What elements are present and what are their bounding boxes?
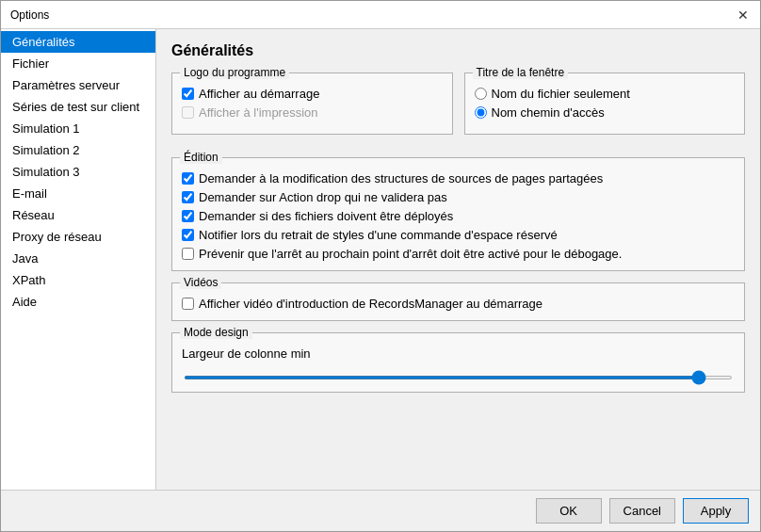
checkbox-row: Demander sur Action drop qui ne validera… (182, 190, 735, 204)
edition-checkbox-1[interactable] (182, 191, 194, 203)
logo-group-legend: Logo du programme (180, 66, 289, 79)
logo-checkboxes: Afficher au démarrage Afficher à l'impre… (182, 87, 443, 120)
page-title: Généralités (171, 42, 745, 59)
sidebar-item-réseau[interactable]: Réseau (1, 204, 155, 226)
column-width-slider[interactable] (184, 376, 733, 379)
dialog-title: Options (10, 8, 49, 22)
edition-checkbox-2[interactable] (182, 210, 194, 222)
edition-checkbox-4[interactable] (182, 248, 194, 260)
main-panel: Généralités Logo du programme Afficher a… (156, 29, 760, 490)
afficher-demarrage-checkbox[interactable] (182, 88, 194, 100)
sidebar-item-fichier[interactable]: Fichier (1, 53, 155, 74)
edition-group: Édition Demander à la modification des s… (171, 157, 745, 271)
edition-legend: Édition (180, 151, 222, 164)
edition-label-1: Demander sur Action drop qui ne validera… (199, 190, 447, 204)
edition-checkbox-3[interactable] (182, 229, 194, 241)
videos-checkboxes: Afficher vidéo d'introduction de Records… (182, 297, 735, 311)
sidebar-item-java[interactable]: Java (1, 248, 155, 269)
edition-label-0: Demander à la modification des structure… (199, 171, 603, 185)
edition-checkboxes: Demander à la modification des structure… (182, 171, 735, 261)
checkbox-row: Prévenir que l'arrêt au prochain point d… (182, 247, 735, 261)
sidebar-item-paramètres-serveur[interactable]: Paramètres serveur (1, 74, 155, 96)
checkbox-row: Demander à la modification des structure… (182, 171, 735, 185)
checkbox-row: Notifier lors du retrait de styles d'une… (182, 228, 735, 242)
edition-checkbox-0[interactable] (182, 172, 194, 185)
nom-chemin-radio[interactable] (475, 106, 487, 119)
afficher-impression-checkbox[interactable] (182, 106, 194, 119)
content-area: GénéralitésFichierParamètres serveurSéri… (1, 29, 760, 490)
close-button[interactable]: ✕ (736, 8, 751, 23)
nom-chemin-label: Nom chemin d'accès (492, 105, 605, 120)
videos-checkbox-0[interactable] (182, 298, 194, 310)
sidebar-item-proxy-de-réseau[interactable]: Proxy de réseau (1, 226, 155, 248)
videos-group: Vidéos Afficher vidéo d'introduction de … (171, 282, 745, 321)
edition-label-2: Demander si des fichiers doivent être dé… (199, 209, 453, 223)
sidebar: GénéralitésFichierParamètres serveurSéri… (1, 29, 156, 490)
top-groups: Logo du programme Afficher au démarrage … (171, 73, 745, 146)
sidebar-item-xpath[interactable]: XPath (1, 269, 155, 291)
checkbox-row: Afficher à l'impression (182, 105, 443, 120)
sidebar-item-généralités[interactable]: Généralités (1, 31, 155, 53)
window-title-radios: Nom du fichier seulement Nom chemin d'ac… (475, 87, 736, 120)
sidebar-item-simulation-2[interactable]: Simulation 2 (1, 139, 155, 161)
design-content: Largeur de colonne min (182, 347, 735, 382)
edition-label-4: Prévenir que l'arrêt au prochain point d… (199, 247, 622, 261)
sidebar-item-simulation-3[interactable]: Simulation 3 (1, 161, 155, 183)
checkbox-row: Afficher vidéo d'introduction de Records… (182, 297, 735, 311)
radio-row: Nom chemin d'accès (475, 105, 736, 120)
slider-label: Largeur de colonne min (182, 347, 735, 361)
slider-container (182, 368, 735, 382)
window-title-group: Titre de la fenêtre Nom du fichier seule… (464, 73, 746, 135)
title-bar: Options ✕ (1, 1, 760, 29)
options-dialog: Options ✕ GénéralitésFichierParamètres s… (0, 0, 761, 532)
cancel-button[interactable]: Cancel (609, 498, 675, 524)
nom-fichier-radio[interactable] (475, 88, 487, 100)
footer: OK Cancel Apply (1, 490, 760, 531)
apply-button[interactable]: Apply (683, 498, 749, 524)
nom-fichier-label: Nom du fichier seulement (492, 87, 630, 101)
afficher-demarrage-label: Afficher au démarrage (199, 87, 319, 101)
videos-label-0: Afficher vidéo d'introduction de Records… (199, 297, 542, 311)
ok-button[interactable]: OK (536, 498, 602, 524)
sidebar-item-aide[interactable]: Aide (1, 291, 155, 313)
checkbox-row: Demander si des fichiers doivent être dé… (182, 209, 735, 223)
sidebar-item-e-mail[interactable]: E-mail (1, 183, 155, 204)
edition-label-3: Notifier lors du retrait de styles d'une… (199, 228, 558, 242)
videos-legend: Vidéos (180, 276, 221, 289)
sidebar-item-séries-de-test-sur-client[interactable]: Séries de test sur client (1, 96, 155, 118)
logo-group: Logo du programme Afficher au démarrage … (171, 73, 453, 135)
design-legend: Mode design (180, 326, 252, 339)
afficher-impression-label: Afficher à l'impression (199, 105, 318, 120)
checkbox-row: Afficher au démarrage (182, 87, 443, 101)
radio-row: Nom du fichier seulement (475, 87, 736, 101)
window-title-legend: Titre de la fenêtre (473, 66, 569, 79)
sidebar-item-simulation-1[interactable]: Simulation 1 (1, 118, 155, 139)
design-group: Mode design Largeur de colonne min (171, 332, 745, 393)
